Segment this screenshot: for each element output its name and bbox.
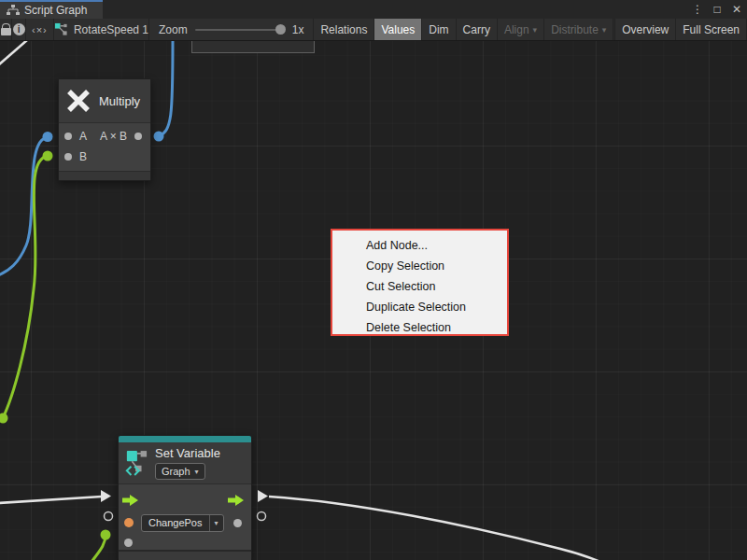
multiply-icon bbox=[66, 89, 91, 113]
node-setvar-body: ChangePos ▾ bbox=[119, 483, 251, 550]
node-title: Set Variable bbox=[155, 446, 220, 460]
variable-name-dropdown[interactable]: ChangePos ▾ bbox=[141, 514, 224, 532]
distribute-button[interactable]: Distribute ▾ bbox=[544, 19, 613, 40]
port-b-label: B bbox=[79, 150, 87, 163]
info-icon: i bbox=[13, 23, 25, 35]
graph-toolbar: i ‹×› RotateSpeed 1 Zoom 1x Relations Va… bbox=[0, 19, 747, 41]
menu-item-add-node[interactable]: Add Node... bbox=[332, 235, 507, 256]
node-setvar-footer bbox=[119, 550, 251, 560]
distribute-label: Distribute bbox=[551, 23, 599, 36]
window-controls: ⋮ □ ✕ bbox=[691, 0, 743, 19]
full-screen-button[interactable]: Full Screen bbox=[676, 19, 747, 40]
relations-label: Relations bbox=[320, 23, 367, 36]
node-title: Multiply bbox=[99, 94, 140, 108]
close-icon[interactable]: ✕ bbox=[730, 3, 743, 16]
flow-port-row bbox=[119, 488, 251, 512]
output-port-result[interactable] bbox=[134, 133, 142, 140]
input-port-a[interactable] bbox=[64, 133, 72, 140]
carry-label: Carry bbox=[463, 23, 490, 36]
graph-icon bbox=[7, 5, 20, 16]
info-button[interactable]: i bbox=[12, 19, 25, 40]
flow-input-port[interactable] bbox=[122, 495, 138, 506]
dim-label: Dim bbox=[429, 23, 448, 36]
node-multiply[interactable]: Multiply A A × B B bbox=[58, 78, 151, 181]
lock-button[interactable] bbox=[0, 19, 12, 40]
align-label: Align bbox=[504, 23, 529, 36]
node-multiply-body: A A × B B bbox=[59, 122, 150, 171]
output-value-port[interactable] bbox=[233, 519, 242, 527]
graph-reference-label: RotateSpeed 1 bbox=[74, 23, 148, 36]
node-multiply-footer bbox=[59, 171, 150, 180]
node-setvar-header[interactable]: Set Variable Graph ▾ bbox=[119, 442, 251, 483]
node-setvar-head-text: Set Variable Graph ▾ bbox=[155, 446, 220, 480]
overview-label: Overview bbox=[622, 23, 669, 36]
zoom-slider[interactable] bbox=[195, 29, 285, 31]
graph-reference-breadcrumb[interactable]: RotateSpeed 1 bbox=[54, 19, 149, 40]
variable-name-port[interactable] bbox=[124, 518, 134, 527]
chevron-down-icon: ▾ bbox=[602, 25, 607, 35]
zoom-control: Zoom 1x bbox=[149, 19, 314, 40]
flow-output-port[interactable] bbox=[228, 495, 244, 506]
zoom-slider-handle[interactable] bbox=[275, 24, 286, 35]
variable-scope-dropdown[interactable]: Graph ▾ bbox=[155, 463, 205, 480]
node-set-variable[interactable]: Set Variable Graph ▾ ChangePos bbox=[118, 435, 252, 560]
clipped-panel-remnant bbox=[191, 40, 315, 53]
input-port-b[interactable] bbox=[64, 153, 72, 161]
port-row: A A × B bbox=[59, 126, 150, 147]
window-menu-icon[interactable]: ⋮ bbox=[691, 3, 704, 16]
code-view-button[interactable]: ‹×› bbox=[26, 19, 54, 40]
menu-item-duplicate-selection[interactable]: Duplicate Selection bbox=[332, 297, 507, 317]
variable-graph-icon bbox=[54, 22, 68, 36]
menu-item-delete-selection[interactable]: Delete Selection bbox=[332, 317, 507, 338]
tab-label: Script Graph bbox=[24, 4, 87, 17]
node-multiply-header[interactable]: Multiply bbox=[59, 79, 150, 122]
port-row: B bbox=[59, 147, 150, 167]
script-graph-window: Script Graph ⋮ □ ✕ i ‹×› RotateSpeed 1 bbox=[0, 0, 747, 560]
scope-label: Graph bbox=[162, 466, 190, 477]
menu-item-copy-selection[interactable]: Copy Selection bbox=[332, 256, 507, 276]
maximize-icon[interactable]: □ bbox=[711, 3, 724, 16]
dim-button[interactable]: Dim bbox=[422, 19, 456, 40]
chevron-down-icon: ▾ bbox=[533, 25, 538, 35]
menu-item-cut-selection[interactable]: Cut Selection bbox=[332, 276, 507, 297]
tab-script-graph[interactable]: Script Graph bbox=[0, 0, 103, 19]
carry-button[interactable]: Carry bbox=[457, 19, 498, 40]
values-label: Values bbox=[381, 23, 415, 36]
node-color-strip bbox=[119, 436, 251, 442]
align-button[interactable]: Align ▾ bbox=[498, 19, 544, 40]
context-menu: Add Node... Copy Selection Cut Selection… bbox=[331, 229, 509, 336]
chevron-down-icon: ▾ bbox=[195, 468, 199, 476]
overview-button[interactable]: Overview bbox=[615, 19, 676, 40]
zoom-value: 1x bbox=[292, 23, 304, 36]
zoom-label: Zoom bbox=[159, 23, 188, 36]
code-icon: ‹×› bbox=[32, 24, 48, 35]
input-value-port[interactable] bbox=[124, 539, 133, 547]
chevron-down-icon: ▾ bbox=[209, 515, 223, 531]
port-a-label: A bbox=[79, 130, 87, 143]
values-button[interactable]: Values bbox=[374, 19, 422, 40]
full-screen-label: Full Screen bbox=[683, 23, 740, 36]
lock-icon bbox=[1, 28, 11, 35]
relations-button[interactable]: Relations bbox=[314, 19, 374, 40]
set-variable-icon bbox=[125, 449, 148, 477]
variable-name-label: ChangePos bbox=[142, 515, 209, 531]
variable-port-row: ChangePos ▾ bbox=[119, 512, 251, 533]
port-result-label: A × B bbox=[100, 130, 127, 143]
tab-bar: Script Graph ⋮ □ ✕ bbox=[0, 0, 747, 19]
